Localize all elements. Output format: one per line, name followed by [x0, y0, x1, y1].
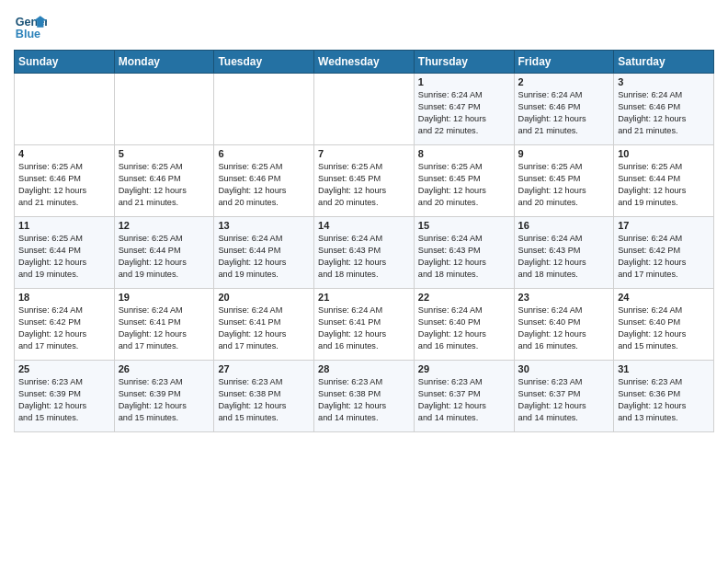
day-number: 13	[218, 220, 310, 231]
cell-text: and 13 minutes.	[618, 412, 710, 424]
cell-text: Sunrise: 6:24 AM	[218, 233, 310, 245]
day-number: 22	[418, 292, 510, 303]
calendar-header-row: SundayMondayTuesdayWednesdayThursdayFrid…	[15, 51, 714, 74]
calendar-cell: 3Sunrise: 6:24 AMSunset: 6:46 PMDaylight…	[614, 74, 714, 145]
cell-text: Sunrise: 6:23 AM	[218, 376, 310, 388]
cell-text: and 15 minutes.	[218, 412, 310, 424]
day-number: 8	[418, 148, 510, 159]
cell-text: Sunrise: 6:25 AM	[18, 161, 110, 173]
cell-text: Sunset: 6:38 PM	[218, 388, 310, 400]
cell-text: Daylight: 12 hours	[218, 400, 310, 412]
cell-text: Daylight: 12 hours	[418, 257, 510, 269]
cell-text: Daylight: 12 hours	[518, 113, 610, 125]
cell-text: Sunset: 6:45 PM	[518, 173, 610, 185]
day-number: 10	[618, 148, 710, 159]
day-header-sunday: Sunday	[15, 51, 115, 74]
cell-text: and 15 minutes.	[18, 412, 110, 424]
cell-text: Daylight: 12 hours	[218, 328, 310, 340]
cell-text: Daylight: 12 hours	[418, 400, 510, 412]
day-header-wednesday: Wednesday	[314, 51, 415, 74]
cell-text: Sunset: 6:43 PM	[518, 245, 610, 257]
cell-text: Sunset: 6:42 PM	[618, 245, 710, 257]
cell-text: Sunset: 6:44 PM	[18, 245, 110, 257]
cell-text: Sunset: 6:39 PM	[18, 388, 110, 400]
cell-text: Sunrise: 6:24 AM	[618, 233, 710, 245]
calendar-cell: 21Sunrise: 6:24 AMSunset: 6:41 PMDayligh…	[314, 289, 415, 361]
cell-text: Daylight: 12 hours	[418, 113, 510, 125]
cell-text: and 14 minutes.	[518, 412, 610, 424]
cell-text: and 19 minutes.	[18, 269, 110, 281]
calendar-cell: 6Sunrise: 6:25 AMSunset: 6:46 PMDaylight…	[214, 145, 314, 217]
calendar-cell: 18Sunrise: 6:24 AMSunset: 6:42 PMDayligh…	[15, 289, 115, 361]
day-number: 1	[418, 76, 510, 87]
cell-text: Daylight: 12 hours	[618, 185, 710, 197]
cell-text: Sunset: 6:45 PM	[318, 173, 410, 185]
cell-text: Sunset: 6:47 PM	[418, 101, 510, 113]
cell-text: Sunset: 6:41 PM	[119, 316, 210, 328]
cell-text: and 21 minutes.	[18, 197, 110, 209]
day-number: 28	[318, 363, 410, 374]
calendar-cell: 7Sunrise: 6:25 AMSunset: 6:45 PMDaylight…	[314, 145, 415, 217]
cell-text: Daylight: 12 hours	[318, 328, 410, 340]
cell-text: Sunrise: 6:24 AM	[518, 304, 610, 316]
cell-text: and 14 minutes.	[318, 412, 410, 424]
day-number: 12	[119, 220, 210, 231]
cell-text: Sunset: 6:46 PM	[518, 101, 610, 113]
calendar-cell	[214, 74, 314, 145]
cell-text: Sunset: 6:40 PM	[518, 316, 610, 328]
cell-text: Sunrise: 6:23 AM	[318, 376, 410, 388]
page-container: General Blue SundayMondayTuesdayWednesda…	[0, 0, 728, 563]
header: General Blue	[14, 9, 714, 42]
day-number: 6	[218, 148, 310, 159]
day-number: 18	[18, 292, 110, 303]
calendar-cell: 29Sunrise: 6:23 AMSunset: 6:37 PMDayligh…	[414, 361, 514, 432]
cell-text: and 21 minutes.	[119, 197, 210, 209]
cell-text: Sunrise: 6:25 AM	[518, 161, 610, 173]
cell-text: and 17 minutes.	[18, 340, 110, 352]
cell-text: Daylight: 12 hours	[418, 185, 510, 197]
cell-text: and 16 minutes.	[318, 340, 410, 352]
calendar-cell: 27Sunrise: 6:23 AMSunset: 6:38 PMDayligh…	[214, 361, 314, 432]
calendar-cell: 12Sunrise: 6:25 AMSunset: 6:44 PMDayligh…	[114, 217, 214, 289]
calendar-cell: 15Sunrise: 6:24 AMSunset: 6:43 PMDayligh…	[414, 217, 514, 289]
cell-text: Sunrise: 6:23 AM	[418, 376, 510, 388]
cell-text: and 15 minutes.	[618, 340, 710, 352]
calendar-cell: 4Sunrise: 6:25 AMSunset: 6:46 PMDaylight…	[15, 145, 115, 217]
svg-text:Blue: Blue	[16, 28, 40, 40]
calendar-cell	[15, 74, 115, 145]
day-number: 27	[218, 363, 310, 374]
cell-text: Sunrise: 6:23 AM	[18, 376, 110, 388]
cell-text: Sunrise: 6:25 AM	[218, 161, 310, 173]
cell-text: Sunrise: 6:24 AM	[218, 304, 310, 316]
cell-text: Sunset: 6:37 PM	[418, 388, 510, 400]
cell-text: and 14 minutes.	[418, 412, 510, 424]
cell-text: Daylight: 12 hours	[119, 185, 210, 197]
day-number: 21	[318, 292, 410, 303]
calendar-cell: 13Sunrise: 6:24 AMSunset: 6:44 PMDayligh…	[214, 217, 314, 289]
cell-text: Sunrise: 6:25 AM	[618, 161, 710, 173]
day-number: 31	[618, 363, 710, 374]
cell-text: Daylight: 12 hours	[18, 328, 110, 340]
day-number: 25	[18, 363, 110, 374]
cell-text: Daylight: 12 hours	[618, 328, 710, 340]
calendar-cell	[114, 74, 214, 145]
cell-text: Sunrise: 6:23 AM	[618, 376, 710, 388]
day-number: 30	[518, 363, 610, 374]
cell-text: and 19 minutes.	[218, 269, 310, 281]
cell-text: and 16 minutes.	[418, 340, 510, 352]
cell-text: Sunset: 6:44 PM	[218, 245, 310, 257]
day-number: 26	[119, 363, 210, 374]
calendar-week-row: 4Sunrise: 6:25 AMSunset: 6:46 PMDaylight…	[15, 145, 714, 217]
cell-text: Daylight: 12 hours	[119, 257, 210, 269]
calendar-week-row: 11Sunrise: 6:25 AMSunset: 6:44 PMDayligh…	[15, 217, 714, 289]
cell-text: Sunset: 6:46 PM	[218, 173, 310, 185]
cell-text: Sunrise: 6:24 AM	[18, 304, 110, 316]
cell-text: Sunset: 6:40 PM	[418, 316, 510, 328]
calendar-week-row: 1Sunrise: 6:24 AMSunset: 6:47 PMDaylight…	[15, 74, 714, 145]
cell-text: Daylight: 12 hours	[318, 400, 410, 412]
cell-text: and 16 minutes.	[518, 340, 610, 352]
cell-text: Sunrise: 6:24 AM	[618, 89, 710, 101]
cell-text: Sunrise: 6:24 AM	[119, 304, 210, 316]
cell-text: Sunset: 6:46 PM	[18, 173, 110, 185]
cell-text: and 17 minutes.	[618, 269, 710, 281]
